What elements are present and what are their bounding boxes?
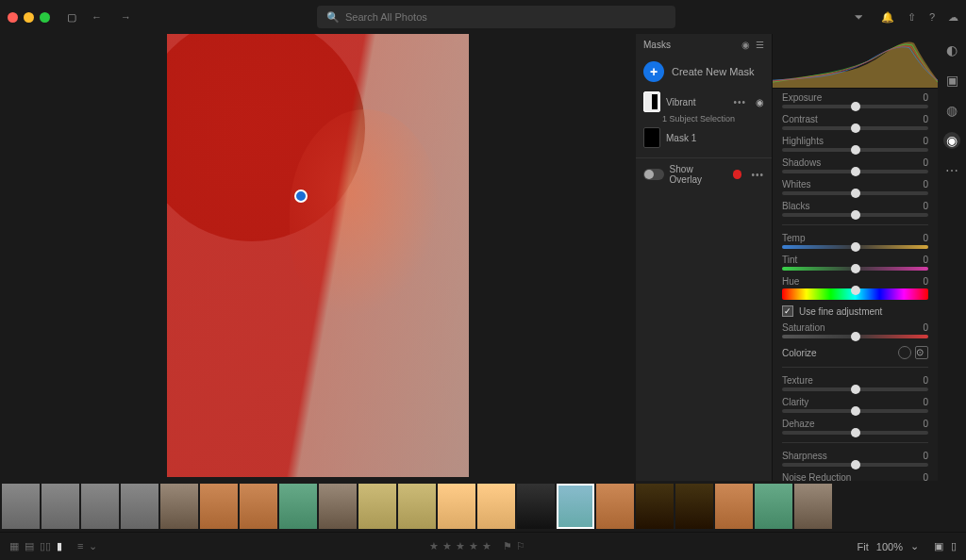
overlay-toggle[interactable]	[643, 169, 664, 180]
create-mask-label: Create New Mask	[672, 66, 754, 77]
star-1[interactable]: ★	[429, 540, 439, 552]
edit-tool-icon[interactable]: ◐	[943, 41, 960, 58]
more-tool-icon[interactable]: ⋯	[943, 162, 960, 179]
sort-dropdown-icon[interactable]: ⌄	[89, 540, 97, 552]
search-bar[interactable]: 🔍	[317, 6, 675, 28]
thumb[interactable]	[636, 484, 674, 529]
crop-tool-icon[interactable]: ▣	[943, 72, 960, 89]
star-2[interactable]: ★	[442, 540, 452, 552]
grid-small-icon[interactable]: ▦	[9, 540, 19, 552]
colorize-eyedropper-icon[interactable]: ⊙	[915, 346, 928, 359]
colorize-row: Colorize ⊙	[782, 346, 928, 359]
slider-noise reduction[interactable]: Noise Reduction0	[782, 472, 928, 481]
mask-item-vibrant[interactable]: Vibrant ••• ◉	[636, 88, 772, 116]
slider-tint[interactable]: Tint0	[782, 255, 928, 271]
slider-exposure[interactable]: Exposure0	[782, 92, 928, 108]
search-input[interactable]	[345, 11, 666, 23]
mask-options-icon[interactable]: •••	[733, 97, 746, 107]
zoom-controls: Fit 100% ⌄ ▣ ▯	[858, 540, 957, 552]
thumb[interactable]	[42, 484, 79, 529]
thumb[interactable]	[81, 484, 119, 529]
grid-large-icon[interactable]: ▤	[25, 540, 34, 552]
mask-thumb	[643, 91, 660, 112]
thumb[interactable]	[240, 484, 277, 529]
forward-button[interactable]: →	[113, 8, 139, 26]
thumb[interactable]	[2, 484, 40, 529]
fit-button[interactable]: Fit	[858, 541, 869, 552]
overlay-color-dot[interactable]	[733, 170, 742, 179]
thumb[interactable]	[200, 484, 238, 529]
slider-shadows[interactable]: Shadows0	[782, 157, 928, 173]
original-toggle-icon[interactable]: ▣	[934, 540, 943, 552]
fine-adjust-row[interactable]: ✓ Use fine adjustment	[782, 305, 928, 317]
search-icon: 🔍	[326, 11, 340, 24]
mask-visibility-icon[interactable]: ◉	[741, 40, 750, 50]
notification-icon[interactable]: 🔔	[881, 11, 894, 24]
close-window[interactable]	[8, 12, 18, 23]
photo-preview[interactable]	[167, 34, 469, 477]
thumb[interactable]	[477, 484, 515, 529]
slider-whites[interactable]: Whites0	[782, 179, 928, 195]
mask-tool-icon[interactable]: ◉	[943, 132, 960, 149]
thumb[interactable]	[438, 484, 475, 529]
heal-tool-icon[interactable]: ◍	[943, 102, 960, 119]
back-button[interactable]: ←	[84, 8, 109, 26]
fine-adjust-label: Use fine adjustment	[799, 306, 882, 317]
slider-highlights[interactable]: Highlights0	[782, 136, 928, 152]
create-mask-button[interactable]: + Create New Mask	[636, 56, 772, 88]
flag-pick-icon[interactable]: ⚑	[503, 540, 512, 552]
help-icon[interactable]: ?	[929, 11, 935, 24]
star-4[interactable]: ★	[469, 540, 478, 552]
thumb[interactable]	[596, 484, 634, 529]
thumb[interactable]	[160, 484, 198, 529]
slider-texture[interactable]: Texture0	[782, 375, 928, 391]
overlay-options-icon[interactable]: •••	[751, 170, 764, 180]
maximize-window[interactable]	[40, 12, 50, 23]
slider-clarity[interactable]: Clarity0	[782, 397, 928, 413]
topbar: ▢ ← → 🔍 ⏷ 🔔 ⇧ ? ☁	[0, 0, 966, 34]
info-toggle-icon[interactable]: ▯	[951, 540, 957, 552]
zoom-dropdown-icon[interactable]: ⌄	[910, 540, 919, 552]
overlay-row: Show Overlay •••	[636, 157, 772, 190]
share-icon[interactable]: ⇧	[908, 11, 916, 24]
zoom-level[interactable]: 100%	[876, 541, 903, 552]
slider-hue[interactable]: Hue0	[782, 276, 928, 300]
cloud-icon[interactable]: ☁	[948, 11, 958, 24]
slider-blacks[interactable]: Blacks0	[782, 201, 928, 217]
canvas-area[interactable]	[0, 34, 636, 481]
colorize-swatch[interactable]	[898, 346, 911, 359]
mask-eye-icon[interactable]: ◉	[756, 97, 764, 107]
flag-reject-icon[interactable]: ⚐	[516, 540, 525, 552]
thumb-selected[interactable]	[557, 484, 594, 529]
slider-saturation[interactable]: Saturation0	[782, 322, 928, 338]
mask-item-1[interactable]: Mask 1	[636, 124, 772, 152]
slider-temp[interactable]: Temp0	[782, 233, 928, 249]
thumb[interactable]	[517, 484, 555, 529]
slider-contrast[interactable]: Contrast0	[782, 114, 928, 130]
filmstrip[interactable]	[0, 481, 966, 532]
histogram[interactable]	[773, 34, 938, 89]
thumb[interactable]	[121, 484, 158, 529]
star-5[interactable]: ★	[482, 540, 491, 552]
thumb[interactable]	[755, 484, 792, 529]
star-3[interactable]: ★	[456, 540, 465, 552]
minimize-window[interactable]	[24, 12, 34, 23]
thumb[interactable]	[794, 484, 832, 529]
sidebar-toggle-icon[interactable]: ▢	[67, 11, 76, 24]
thumb[interactable]	[715, 484, 753, 529]
mask-subtitle: 1 Subject Selection	[636, 114, 772, 124]
fine-adjust-checkbox[interactable]: ✓	[782, 305, 793, 317]
compare-icon[interactable]: ▯▯	[40, 540, 51, 552]
slider-sharpness[interactable]: Sharpness0	[782, 451, 928, 467]
slider-dehaze[interactable]: Dehaze0	[782, 419, 928, 435]
mask-menu-icon[interactable]: ☰	[756, 40, 764, 50]
filter-icon[interactable]: ⏷	[854, 11, 864, 23]
sort-icon[interactable]: ≡	[77, 540, 83, 552]
thumb[interactable]	[319, 484, 357, 529]
mask-pin[interactable]	[294, 189, 308, 203]
detail-view-icon[interactable]: ▮	[57, 540, 62, 552]
thumb[interactable]	[398, 484, 436, 529]
thumb[interactable]	[279, 484, 317, 529]
thumb[interactable]	[358, 484, 396, 529]
thumb[interactable]	[675, 484, 713, 529]
